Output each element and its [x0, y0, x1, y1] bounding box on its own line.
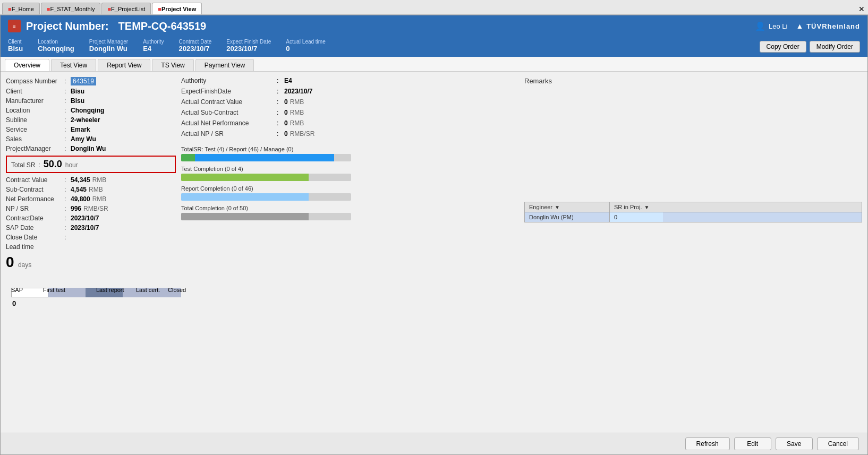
refresh-button[interactable]: Refresh [685, 437, 730, 450]
progress-test-bar [181, 174, 351, 181]
engineer-table-row: Donglin Wu (PM) 0 [525, 212, 862, 222]
app-header: ≡ Project Number: TEMP-CQ-643519 👤 Leo L… [1, 15, 867, 37]
mid-authority-value: E4 [284, 77, 292, 84]
row-contract-val: Contract Value : 54,345 RMB [6, 176, 176, 184]
field-contract-date: Contract Date 2023/10/7 [179, 39, 212, 53]
eng-cell-sr-0: 0 [610, 212, 663, 222]
mid-actual-contract-unit: RMB [290, 98, 304, 106]
row-service: Service : Emark [6, 126, 176, 133]
row-sap-date: SAP Date : 2023/10/7 [6, 224, 176, 231]
actual-lead-value: 0 [286, 45, 326, 53]
total-sr-box: Total SR : 50.0 hour [6, 156, 176, 173]
service-label: Service [6, 126, 64, 133]
tab-f-proj-list[interactable]: ■ F_ProjectList [101, 3, 151, 14]
location-info-label: Location [6, 107, 64, 114]
eng-header-name: Engineer ▼ [525, 202, 610, 212]
subline-value: 2-wheeler [71, 116, 100, 124]
mid-row-actual-net: Actual Net Performance : 0 RMB [181, 119, 519, 127]
location-value: Chongqing [38, 45, 74, 53]
timeline-report-label: Last report [96, 287, 124, 293]
contract-val-num: 54,345 [71, 176, 90, 184]
mid-expect-finish-label: ExpectFinishDate [181, 88, 277, 95]
timeline-section: SAP First test Last report Last cert. Cl… [11, 287, 176, 307]
edit-button[interactable]: Edit [734, 437, 771, 450]
mid-actual-contract-value: 0 [284, 98, 288, 106]
remarks-label: Remarks [524, 77, 862, 85]
progress-green-segment [181, 154, 195, 161]
compass-label: Compass Number [6, 78, 64, 85]
progress-totalsr-label: TotalSR: Test (4) / Report (46) / Manage… [181, 146, 519, 152]
np-sr-num: 996 [71, 205, 81, 212]
np-sr-unit: RMB/SR [83, 205, 108, 212]
row-contract-date: ContractDate : 2023/10/7 [6, 214, 176, 222]
contract-val-unit: RMB [92, 176, 107, 184]
location-info-value: Chongqing [71, 107, 104, 114]
tab-overview[interactable]: Overview [5, 59, 49, 71]
app-window: ≡ Project Number: TEMP-CQ-643519 👤 Leo L… [0, 15, 868, 455]
tab-payment-view[interactable]: Payment View [195, 59, 254, 71]
timeline-first-label: First test [43, 287, 65, 293]
lead-time-unit: days [18, 261, 31, 269]
total-sr-value: 50.0 [44, 159, 62, 170]
row-np-sr: NP / SR : 996 RMB/SR [6, 205, 176, 212]
subline-label: Subline [6, 116, 64, 124]
content-grid: Compass Number : 643519 Client : Bisu Ma… [6, 77, 862, 307]
tab-label-f-proj-list: F_ProjectList [111, 6, 145, 12]
row-sales: Sales : Amy Wu [6, 135, 176, 143]
row-location: Location : Chongqing [6, 107, 176, 114]
progress-blue-segment [195, 154, 334, 161]
tab-ts-view[interactable]: TS View [152, 59, 193, 71]
browser-tab-bar: ■ F_Home ■ F_STAT_Monthly ■ F_ProjectLis… [0, 0, 868, 15]
window-close-button[interactable]: ✕ [855, 4, 868, 14]
net-perf-num: 49,800 [71, 195, 90, 203]
tab-f-stat[interactable]: ■ F_STAT_Monthly [41, 3, 101, 14]
eng-cell-name-0: Donglin Wu (PM) [525, 212, 610, 222]
row-close-date: Close Date : [6, 234, 176, 241]
tab-report-view[interactable]: Report View [98, 59, 150, 71]
location-label: Location [38, 39, 74, 45]
progress-total: Total Completion (0 of 50) [181, 205, 519, 220]
middle-section: Authority : E4 ExpectFinishDate : 2023/1… [181, 77, 519, 307]
field-authority: Authority E4 [143, 39, 164, 53]
pm-value: Donglin Wu [89, 45, 128, 53]
pm-info-label: ProjectManager [6, 145, 64, 152]
contract-date-info-value: 2023/10/7 [71, 214, 99, 222]
mid-actual-np-value: 0 [284, 130, 288, 138]
tab-f-home[interactable]: ■ F_Home [2, 3, 40, 14]
copy-order-button[interactable]: Copy Order [760, 41, 806, 53]
cancel-button[interactable]: Cancel [817, 437, 859, 450]
progress-total-fill [181, 213, 309, 220]
progress-test: Test Completion (0 of 4) [181, 166, 519, 181]
mid-actual-net-value: 0 [284, 119, 288, 127]
field-location: Location Chongqing [38, 39, 74, 53]
modify-order-button[interactable]: Modify Order [810, 41, 860, 53]
contract-val-label: Contract Value [6, 176, 64, 184]
timeline-sap-label: SAP [11, 287, 23, 293]
row-manufacturer: Manufacturer : Bisu [6, 97, 176, 105]
user-icon: 👤 [755, 21, 765, 31]
progress-report-bar [181, 193, 351, 201]
mid-actual-contract-label: Actual Contract Value [181, 98, 277, 106]
lead-time-value: 0 [6, 254, 14, 270]
mid-actual-np-unit: RMB/SR [290, 130, 315, 138]
tab-label-f-home: F_Home [12, 6, 34, 12]
sub-header: Client Bisu Location Chongqing Project M… [1, 37, 867, 57]
right-section: Remarks Engineer ▼ SR in Proj. ▼ [524, 77, 862, 307]
tuv-logo: ▲ TÜVRheinland [796, 22, 860, 30]
net-perf-label: Net Performance [6, 195, 64, 203]
row-client: Client : Bisu [6, 88, 176, 95]
user-name: Leo Li [769, 22, 787, 30]
tab-project-view[interactable]: ■ Project View [152, 3, 202, 14]
sales-value: Amy Wu [71, 135, 96, 143]
engineer-table-header: Engineer ▼ SR in Proj. ▼ [525, 202, 862, 212]
app-logo: ≡ [8, 20, 21, 32]
field-actual-lead: Actual Lead time 0 [286, 39, 326, 53]
tab-test-view[interactable]: Test View [51, 59, 96, 71]
sub-header-fields: Client Bisu Location Chongqing Project M… [8, 39, 326, 53]
project-number: TEMP-CQ-643519 [118, 20, 207, 32]
service-value: Emark [71, 126, 90, 133]
timeline-closed-label: Closed [168, 287, 186, 293]
row-compass: Compass Number : 643519 [6, 77, 176, 85]
save-button[interactable]: Save [776, 437, 813, 450]
contract-date-value: 2023/10/7 [179, 45, 212, 53]
